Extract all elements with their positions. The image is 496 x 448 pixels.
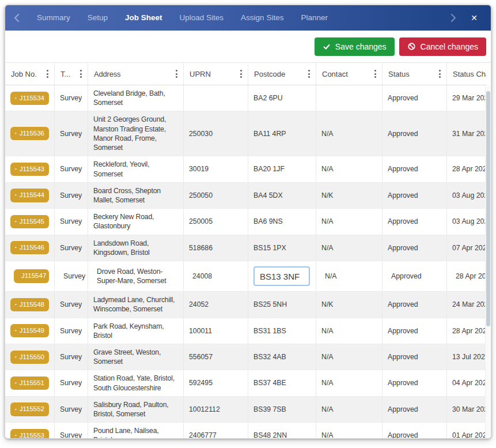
job-badge[interactable]: J115547 (14, 269, 49, 283)
column-header-uprn[interactable]: UPRN (184, 63, 248, 85)
tab-assign-sites[interactable]: Assign Sites (232, 5, 292, 31)
column-header-contact[interactable]: Contact (316, 63, 383, 85)
cell-postcode[interactable]: BA6 9NS (248, 209, 316, 234)
cell-address[interactable]: Cleveland Bridge, Bath, Somerset (88, 85, 184, 111)
cell-type[interactable]: Survey (55, 235, 88, 261)
cell-postcode[interactable] (248, 261, 316, 291)
cell-type[interactable]: Survey (55, 292, 88, 317)
cell-postcode[interactable]: BA4 5DX (248, 183, 316, 208)
job-badge[interactable]: J115546 (10, 241, 49, 254)
cell-contact[interactable]: N/A (316, 111, 383, 156)
cell-status-changed[interactable]: 29 Mar 2022 (447, 85, 486, 111)
cell-uprn[interactable] (184, 85, 248, 111)
save-changes-button[interactable]: Save changes (315, 37, 395, 56)
vertical-scrollbar[interactable] (485, 85, 491, 438)
cell-uprn[interactable]: 100011 (184, 318, 248, 344)
column-header-postcode[interactable]: Postcode (248, 63, 316, 85)
cell-postcode[interactable]: BS15 1PX (248, 235, 316, 261)
cell-status-changed[interactable]: 03 Aug 2022 (447, 183, 486, 208)
cell-status[interactable]: Approved (383, 318, 447, 344)
job-badge[interactable]: J115551 (10, 377, 49, 390)
table-row[interactable]: J115549 Survey Park Road, Keynsham, Bris… (5, 318, 486, 344)
cell-type[interactable]: Survey (55, 111, 88, 156)
table-row[interactable]: J115534 Survey Cleveland Bridge, Bath, S… (5, 85, 486, 111)
job-badge[interactable]: J115553 (10, 429, 49, 439)
cell-type[interactable]: Survey (55, 423, 88, 439)
cell-uprn[interactable]: 556057 (184, 344, 248, 370)
cell-status-changed[interactable]: 13 Jul 2022 (447, 344, 486, 370)
cell-type[interactable]: Survey (55, 397, 88, 422)
cancel-changes-button[interactable]: Cancel changes (399, 37, 486, 56)
cell-postcode[interactable]: BS25 5NH (248, 292, 316, 317)
table-row[interactable]: J115547 Survey Drove Road, Weston-Super-… (5, 261, 486, 292)
cell-contact[interactable]: N/K (316, 183, 383, 208)
cell-type[interactable]: Survey (55, 344, 88, 370)
cell-address[interactable]: Drove Road, Weston-Super-Mare, Somerset (88, 261, 184, 291)
cell-status[interactable]: Approved (383, 292, 447, 317)
cell-contact[interactable]: N/A (316, 156, 383, 182)
cell-uprn[interactable]: 30019 (184, 156, 248, 182)
cell-postcode[interactable]: BA2 6PU (248, 85, 316, 111)
cell-contact[interactable]: N/A (316, 318, 383, 344)
cell-status-changed[interactable]: 28 Apr 2022 (447, 261, 486, 291)
column-header-address[interactable]: Address (88, 63, 184, 85)
job-badge[interactable]: J115543 (10, 163, 49, 176)
cell-uprn[interactable]: 24052 (184, 292, 248, 317)
table-row[interactable]: J115536 Survey Unit 2 Georges Ground, Ma… (5, 111, 486, 156)
job-badge[interactable]: J115544 (10, 189, 49, 202)
cell-address[interactable]: Pound Lane, Nailsea, Bristol (88, 423, 184, 439)
cell-status[interactable]: Approved (383, 397, 447, 422)
column-header-status-changed[interactable]: Status Changed (447, 63, 486, 85)
scrollbar-thumb[interactable] (486, 91, 490, 326)
cell-postcode[interactable]: BS39 7SB (248, 397, 316, 422)
cell-address[interactable]: Ladymead Lane, Churchill, Winscombe, Som… (88, 292, 184, 317)
cell-status[interactable]: Approved (383, 261, 447, 291)
cell-uprn[interactable]: 250030 (184, 111, 248, 156)
table-row[interactable]: J115546 Survey Landsdown Road, Kingsdown… (5, 235, 486, 261)
cell-type[interactable]: Survey (55, 156, 88, 182)
cell-status[interactable]: Approved (383, 111, 447, 156)
job-badge[interactable]: J115550 (10, 351, 49, 364)
tab-job-sheet[interactable]: Job Sheet (116, 5, 171, 31)
tab-planner[interactable]: Planner (292, 5, 336, 31)
forward-button[interactable] (446, 13, 461, 22)
cell-status[interactable]: Approved (383, 209, 447, 234)
cell-status[interactable]: Approved (383, 85, 447, 111)
cell-type[interactable]: Survey (55, 183, 88, 208)
table-row[interactable]: J115544 Survey Board Cross, Shepton Mall… (5, 183, 486, 209)
cell-address[interactable]: Landsdown Road, Kingsdown, Bristol (88, 235, 184, 261)
job-badge[interactable]: J115536 (10, 127, 49, 140)
back-button[interactable] (5, 13, 28, 22)
cell-status[interactable]: Approved (383, 235, 447, 261)
cell-uprn[interactable]: 250050 (184, 183, 248, 208)
cell-contact[interactable]: N/K (316, 292, 383, 317)
column-menu-icon[interactable] (176, 70, 177, 78)
cell-type[interactable]: Survey (55, 209, 88, 234)
cell-address[interactable]: Unit 2 Georges Ground, Marston Trading E… (88, 111, 184, 156)
column-menu-icon[interactable] (80, 70, 82, 78)
cell-address[interactable]: Park Road, Keynsham, Bristol (88, 318, 184, 344)
cell-status-changed[interactable]: 04 Apr 2022 (447, 370, 486, 396)
cell-status-changed[interactable]: 30 Mar 2022 (447, 397, 486, 422)
table-row[interactable]: J115550 Survey Grave Street, Weston, Som… (5, 344, 486, 370)
column-header-type[interactable]: T... (55, 63, 88, 85)
cell-contact[interactable]: N/A (316, 261, 383, 291)
column-menu-icon[interactable] (374, 70, 376, 78)
tab-upload-sites[interactable]: Upload Sites (171, 5, 233, 31)
cell-address[interactable]: Grave Street, Weston, Somerset (88, 344, 184, 370)
cell-contact[interactable]: N/A (316, 209, 383, 234)
table-row[interactable]: J115553 Survey Pound Lane, Nailsea, Bris… (5, 423, 486, 439)
column-header-status[interactable]: Status (383, 63, 447, 85)
table-row[interactable]: J115545 Survey Beckery New Road, Glaston… (5, 209, 486, 235)
cell-uprn[interactable]: 10012112 (184, 397, 248, 422)
cell-status[interactable]: Approved (383, 370, 447, 396)
cell-type[interactable]: Survey (55, 370, 88, 396)
cell-postcode[interactable]: BS32 4AB (248, 344, 316, 370)
cell-type[interactable]: Survey (55, 261, 88, 291)
cell-uprn[interactable]: 518686 (184, 235, 248, 261)
cell-status-changed[interactable]: 28 Apr 2022 (447, 156, 486, 182)
cell-address[interactable]: Station Road, Yate, Bristol, South Glouc… (88, 370, 184, 396)
cell-uprn[interactable]: 592495 (184, 370, 248, 396)
table-row[interactable]: J115543 Survey Reckleford, Yeovil, Somer… (5, 156, 486, 182)
table-row[interactable]: J115552 Survey Salisbury Road, Paulton, … (5, 397, 486, 423)
